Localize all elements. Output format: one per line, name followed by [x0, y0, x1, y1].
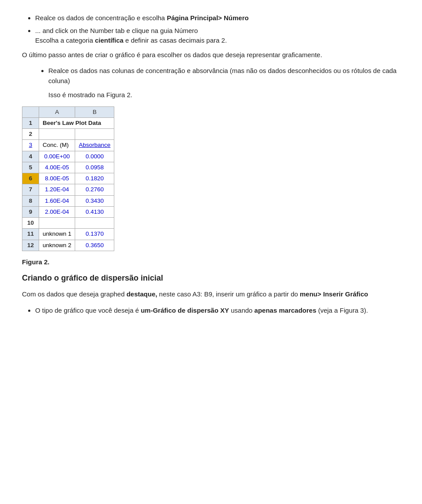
row-num-5: 5: [22, 162, 39, 173]
cell-6b: 0.1820: [75, 173, 114, 184]
sub-bullet-item-1: Realce os dados nas colunas de concentra…: [48, 66, 400, 86]
conc-header: Conc. (M): [39, 140, 75, 151]
spreadsheet-figure: A B 1 Beer's Law Plot Data 2 3 Conc. (M)…: [22, 106, 400, 251]
spreadsheet-table: A B 1 Beer's Law Plot Data 2 3 Conc. (M)…: [22, 106, 114, 251]
table-row: 12 unknown 2 0.3650: [22, 240, 114, 251]
bullet-item-1: Realce os dados de concentração e escolh…: [35, 13, 400, 23]
cell-12b: 0.3650: [75, 240, 114, 251]
corner-cell: [22, 106, 39, 117]
table-row: 3 Conc. (M) Absorbance: [22, 140, 114, 151]
cell-8a: 1.60E-04: [39, 195, 75, 206]
col-header-row: A B: [22, 106, 114, 117]
cell-7a: 1.20E-04: [39, 184, 75, 195]
table-row: 10: [22, 218, 114, 229]
bottom-bullet-list: O tipo de gráfico que você deseja é um-G…: [35, 306, 400, 316]
table-row: 11 unknown 1 0.1370: [22, 229, 114, 240]
cell-8b: 0.3430: [75, 195, 114, 206]
title-cell: Beer's Law Plot Data: [39, 117, 114, 128]
paragraph-1: O último passo antes de criar o gráfico …: [22, 50, 400, 60]
table-row: 8 1.60E-04 0.3430: [22, 195, 114, 206]
row-num-2: 2: [22, 129, 39, 140]
row-num-9: 9: [22, 206, 39, 217]
cell-9a: 2.00E-04: [39, 206, 75, 217]
row-num-3: 3: [22, 140, 39, 151]
cell-2b: [75, 129, 114, 140]
row-num-12: 12: [22, 240, 39, 251]
bottom-bullet-item-1: O tipo de gráfico que você deseja é um-G…: [35, 306, 400, 316]
cell-2a: [39, 129, 75, 140]
col-a-header: A: [39, 106, 75, 117]
sub-bullet-list: Realce os dados nas colunas de concentra…: [48, 66, 400, 86]
table-row-highlighted: 6 8.00E-05 0.1820: [22, 173, 114, 184]
figure-2-label: Figura 2.: [22, 257, 400, 267]
isso-text: Isso é mostrado na Figura 2.: [48, 90, 400, 100]
row-num-10: 10: [22, 218, 39, 229]
cell-10b: [75, 218, 114, 229]
bullet-item-2: ... and click on the Number tab e clique…: [35, 26, 400, 46]
cell-4b: 0.0000: [75, 151, 114, 162]
table-row: 4 0.00E+00 0.0000: [22, 151, 114, 162]
row-num-6: 6: [22, 173, 39, 184]
cell-10a: [39, 218, 75, 229]
cell-5a: 4.00E-05: [39, 162, 75, 173]
cell-9b: 0.4130: [75, 206, 114, 217]
top-bullet-list: Realce os dados de concentração e escolh…: [35, 13, 400, 46]
table-row: 2: [22, 129, 114, 140]
row-num-1: 1: [22, 117, 39, 128]
cell-12a: unknown 2: [39, 240, 75, 251]
col-b-header: B: [75, 106, 114, 117]
cell-5b: 0.0958: [75, 162, 114, 173]
cell-7b: 0.2760: [75, 184, 114, 195]
abs-header: Absorbance: [75, 140, 114, 151]
paragraph-2: Com os dados que deseja graphed destaque…: [22, 289, 400, 299]
cell-4a: 0.00E+00: [39, 151, 75, 162]
cell-11a: unknown 1: [39, 229, 75, 240]
table-row: 5 4.00E-05 0.0958: [22, 162, 114, 173]
table-row: 9 2.00E-04 0.4130: [22, 206, 114, 217]
table-row: 1 Beer's Law Plot Data: [22, 117, 114, 128]
cell-6a: 8.00E-05: [39, 173, 75, 184]
row-num-7: 7: [22, 184, 39, 195]
row-num-8: 8: [22, 195, 39, 206]
cell-11b: 0.1370: [75, 229, 114, 240]
row-num-11: 11: [22, 229, 39, 240]
row-num-4: 4: [22, 151, 39, 162]
table-row: 7 1.20E-04 0.2760: [22, 184, 114, 195]
section-heading: Criando o gráfico de dispersão inicial: [22, 272, 400, 284]
